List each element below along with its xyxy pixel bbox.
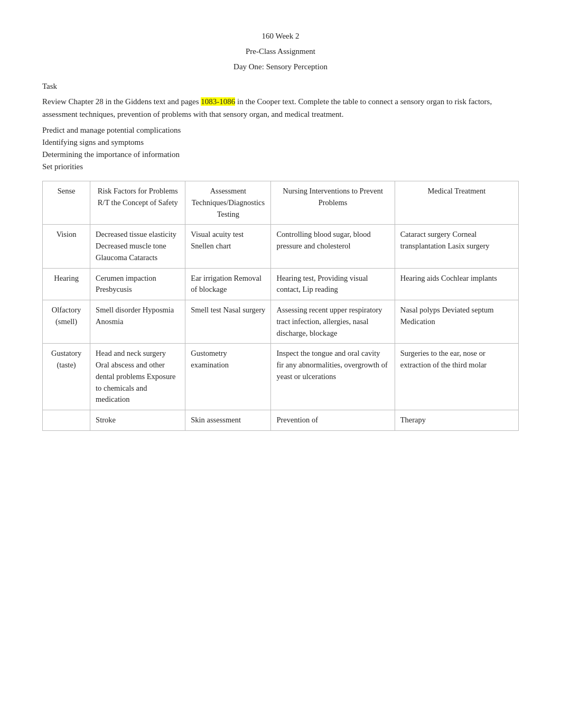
medical-cell: Nasal polyps Deviated septum Medication	[395, 300, 518, 344]
assessment-cell: Ear irrigation Removal of blockage	[185, 268, 271, 300]
medical-cell: Surgeries to the ear, nose or extraction…	[395, 344, 518, 410]
risk-cell: Head and neck surgery Oral abscess and o…	[90, 344, 185, 410]
bullet-2: Identifying signs and symptoms	[42, 138, 519, 147]
nursing-cell: Prevention of	[271, 410, 395, 431]
assessment-cell: Visual acuity test Snellen chart	[185, 225, 271, 268]
task-label: Task	[42, 82, 519, 91]
sensory-table: Sense Risk Factors for Problems R/T the …	[42, 181, 519, 431]
sense-cell	[43, 410, 90, 431]
table-header-row: Sense Risk Factors for Problems R/T the …	[43, 181, 519, 225]
assessment-cell: Skin assessment	[185, 410, 271, 431]
risk-cell: Smell disorder Hyposmia Anosmia	[90, 300, 185, 344]
medical-cell: Cataract surgery Corneal transplantation…	[395, 225, 518, 268]
medical-cell: Therapy	[395, 410, 518, 431]
risk-cell: Cerumen impaction Presbycusis	[90, 268, 185, 300]
review-text: Review Chapter 28 in the Giddens text an…	[42, 95, 519, 121]
assessment-cell: Gustometry examination	[185, 344, 271, 410]
sense-cell: Olfactory (smell)	[43, 300, 90, 344]
col-header-sense: Sense	[43, 181, 90, 225]
sense-cell: Gustatory (taste)	[43, 344, 90, 410]
col-header-risk: Risk Factors for Problems R/T the Concep…	[90, 181, 185, 225]
bullet-4: Set priorities	[42, 162, 519, 171]
review-highlight: 1083-1086	[201, 97, 235, 106]
medical-cell: Hearing aids Cochlear implants	[395, 268, 518, 300]
bullet-1: Predict and manage potential complicatio…	[42, 126, 519, 135]
bullet-list: Predict and manage potential complicatio…	[42, 126, 519, 171]
risk-cell: Decreased tissue elasticity Decreased mu…	[90, 225, 185, 268]
review-prefix: Review Chapter 28 in the Giddens text an…	[42, 97, 201, 106]
risk-cell: Stroke	[90, 410, 185, 431]
sense-cell: Vision	[43, 225, 90, 268]
subtitle: Pre-Class Assignment	[42, 47, 519, 56]
assessment-cell: Smell test Nasal surgery	[185, 300, 271, 344]
nursing-cell: Controlling blood sugar, blood pressure …	[271, 225, 395, 268]
sense-cell: Hearing	[43, 268, 90, 300]
day-title: Day One: Sensory Perception	[42, 62, 519, 71]
col-header-nursing: Nursing Interventions to Prevent Problem…	[271, 181, 395, 225]
nursing-cell: Assessing recent upper respiratory tract…	[271, 300, 395, 344]
col-header-assessment: Assessment Techniques/Diagnostics Testin…	[185, 181, 271, 225]
page-title: 160 Week 2	[42, 32, 519, 41]
col-header-medical: Medical Treatment	[395, 181, 518, 225]
table-row: VisionDecreased tissue elasticity Decrea…	[43, 225, 519, 268]
table-row: StrokeSkin assessmentPrevention ofTherap…	[43, 410, 519, 431]
nursing-cell: Hearing test, Providing visual contact, …	[271, 268, 395, 300]
table-row: Olfactory (smell)Smell disorder Hyposmia…	[43, 300, 519, 344]
nursing-cell: Inspect the tongue and oral cavity fir a…	[271, 344, 395, 410]
table-row: HearingCerumen impaction PresbycusisEar …	[43, 268, 519, 300]
table-row: Gustatory (taste)Head and neck surgery O…	[43, 344, 519, 410]
bullet-3: Determining the importance of informatio…	[42, 150, 519, 159]
main-table-container: Sense Risk Factors for Problems R/T the …	[42, 181, 519, 431]
